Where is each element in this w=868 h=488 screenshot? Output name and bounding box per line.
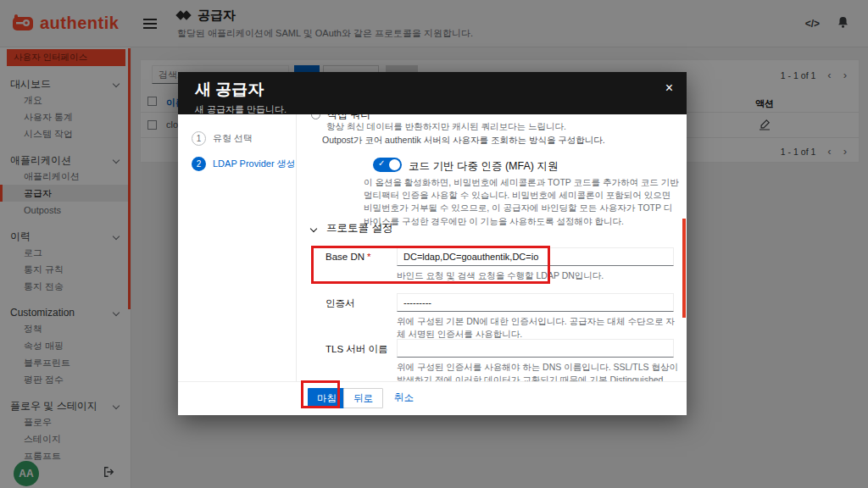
cancel-button[interactable]: 취소 — [394, 391, 414, 404]
tls-server-name-help: 위에 구성된 인증서를 사용해야 하는 DNS 이름입니다. SSL/TLS 협… — [397, 361, 682, 381]
base-dn-input[interactable] — [397, 247, 674, 266]
protocol-settings-section[interactable]: 프로토콜 설정 — [311, 221, 392, 236]
mfa-toggle-label: 코드 기반 다중 인증 (MFA) 지원 — [409, 159, 558, 174]
new-provider-modal: 새 공급자 새 공급자를 만듭니다. × 1 유형 선택 2 LDAP Prov… — [178, 72, 687, 415]
base-dn-help: 바인드 요청 및 검색 요청을 수행할 LDAP DN입니다. — [397, 269, 604, 282]
chevron-down-icon — [310, 225, 317, 231]
modal-scrollbar[interactable] — [682, 219, 686, 318]
wizard-steps: 1 유형 선택 2 LDAP Provider 생성 — [178, 114, 297, 381]
certificate-help: 위에 구성된 기본 DN에 대한 인증서입니다. 공급자는 대체 수단으로 자체… — [397, 315, 678, 341]
mfa-help: 이 옵션을 활성화하면, 비밀번호에 세미콜론과 TOTP 코드를 추가하여 코… — [364, 176, 679, 228]
wizard-form: 직접 쿼리 항상 최신 데이터를 반환하지만 캐시된 쿼리보다는 느립니다. O… — [297, 114, 687, 381]
wizard-step-ldap-provider[interactable]: 2 LDAP Provider 생성 — [192, 157, 296, 171]
modal-header: 새 공급자 새 공급자를 만듭니다. × — [178, 72, 687, 114]
direct-query-help: 항상 최신 데이터를 반환하지만 캐시된 쿼리보다는 느립니다. — [326, 120, 566, 133]
required-marker: * — [367, 252, 370, 262]
finish-button[interactable]: 마침 — [308, 388, 346, 408]
radio-icon — [311, 114, 320, 119]
outpost-help: Outpost가 코어 authentik 서버의 사용자를 조회하는 방식을 … — [322, 135, 605, 147]
mfa-toggle[interactable]: ✓ — [373, 158, 402, 172]
tls-server-name-label: TLS 서버 이름 — [326, 343, 387, 356]
base-dn-label: Base DN* — [326, 252, 371, 262]
modal-title: 새 공급자 — [195, 79, 670, 101]
close-icon[interactable]: × — [665, 80, 673, 96]
certificate-label: 인증서 — [326, 297, 355, 310]
check-icon: ✓ — [378, 158, 385, 168]
wizard-step-type-select[interactable]: 1 유형 선택 — [192, 131, 296, 146]
tls-server-name-input[interactable] — [397, 339, 674, 358]
certificate-select[interactable] — [397, 293, 674, 312]
modal-footer: 마침 뒤로 취소 — [178, 381, 687, 415]
back-button[interactable]: 뒤로 — [343, 388, 383, 408]
